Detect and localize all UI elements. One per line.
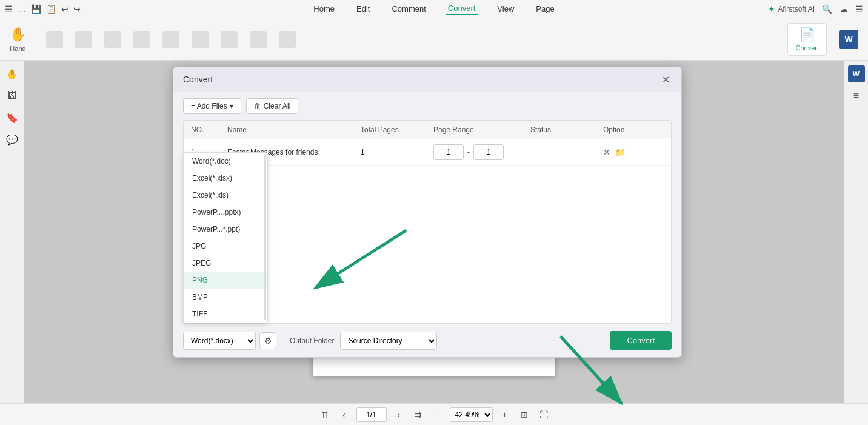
toolbar: ✋ Hand 📄 <box>0 18 868 61</box>
add-files-label: + Add Files <box>191 102 227 110</box>
page-number-input[interactable] <box>356 407 387 422</box>
output-select-wrapper: Source Directory Custom... <box>340 332 437 350</box>
nav-prev-button[interactable]: ‹ <box>337 407 352 422</box>
nav-last-button[interactable]: ⇉ <box>411 407 426 422</box>
menu-comment[interactable]: Comment <box>389 3 428 15</box>
sidebar-icon-bookmark[interactable]: 🔖 <box>4 109 21 126</box>
ai-brand: ✦ Afirstsoft AI <box>768 4 815 14</box>
dialog-title: Convert <box>183 75 213 84</box>
zoom-out-button[interactable]: − <box>430 407 445 422</box>
toolbar-icon-8[interactable] <box>245 28 272 50</box>
dots-icon[interactable]: … <box>18 4 26 14</box>
dropdown-item-excel-xls[interactable]: Excel(*.xls) <box>184 187 267 204</box>
add-files-button[interactable]: + Add Files ▾ <box>183 98 241 114</box>
nav-first-button[interactable]: ⇈ <box>318 407 332 422</box>
header-total-pages: Total Pages <box>361 125 433 134</box>
toolbar-convert-label: Convert <box>795 44 819 52</box>
menu-bar-center: Home Edit Comment Convert View Page <box>141 2 727 15</box>
right-sidebar-align-icon[interactable]: ≡ <box>848 87 865 104</box>
dropdown-item-ppt[interactable]: PowerP...*.ppt) <box>184 221 267 238</box>
page-range-dash: - <box>467 148 470 156</box>
sidebar-icon-hand[interactable]: ✋ <box>4 65 21 82</box>
right-sidebar-text-icon[interactable]: W <box>848 65 865 82</box>
dialog-titlebar: Convert ✕ <box>173 67 681 92</box>
zoom-select[interactable]: 42.49% <box>450 407 493 422</box>
clear-all-button[interactable]: 🗑 Clear All <box>246 98 299 114</box>
convert-button[interactable]: Convert <box>610 331 672 350</box>
ai-star-icon: ✦ <box>768 4 775 14</box>
toolbar-icon-9[interactable] <box>274 28 301 50</box>
page-from-input[interactable] <box>433 144 464 160</box>
nav-next-button[interactable]: › <box>392 407 406 422</box>
option-folder-icon[interactable]: 📁 <box>615 147 626 157</box>
table-header: NO. Name Total Pages Page Range Status O… <box>184 121 671 139</box>
header-no: NO. <box>191 125 227 134</box>
main-content: ✋ 🖼 🔖 💬 W ≡ Convert ✕ + Add Files ▾ <box>0 61 868 403</box>
format-dropdown-menu: Word(*.doc) Excel(*.xlsx) Excel(*.xls) P… <box>183 152 268 323</box>
clear-all-icon: 🗑 <box>254 102 261 110</box>
right-sidebar-word-icon[interactable]: W <box>839 30 858 49</box>
convert-dialog: Convert ✕ + Add Files ▾ 🗑 Clear All NO. … <box>173 67 682 358</box>
dropdown-item-tiff[interactable]: TIFF <box>184 306 267 323</box>
format-select[interactable]: Word(*.docx) Word(*.doc) Excel(*.xlsx) E… <box>183 332 256 350</box>
status-bar: ⇈ ‹ › ⇉ − 42.49% + ⊞ ⛶ <box>0 403 868 425</box>
save-icon[interactable]: 💾 <box>31 4 41 14</box>
dropdown-scrollbar[interactable] <box>264 155 266 320</box>
dialog-toolbar: + Add Files ▾ 🗑 Clear All <box>173 92 681 120</box>
topbar-sidebar-icon[interactable]: ☰ <box>855 4 863 14</box>
redo-icon[interactable]: ↪ <box>73 4 81 14</box>
toolbar-icon-2[interactable] <box>70 28 97 50</box>
add-files-dropdown-icon: ▾ <box>230 102 233 110</box>
toolbar-icon-6[interactable] <box>187 28 213 50</box>
toolbar-icon-3[interactable] <box>99 28 126 50</box>
zoom-in-button[interactable]: + <box>498 407 512 422</box>
hand-label: Hand <box>10 45 25 52</box>
undo-icon[interactable]: ↩ <box>61 4 68 14</box>
dropdown-item-bmp[interactable]: BMP <box>184 289 267 306</box>
toolbar-icon-7[interactable] <box>216 28 242 50</box>
menu-bar-left: ☰ … 💾 📋 ↩ ↪ <box>5 4 138 14</box>
fullscreen-button[interactable]: ⛶ <box>536 407 551 422</box>
toolbar-separator-1 <box>36 24 36 55</box>
toolbar-icon-1[interactable] <box>41 28 68 50</box>
settings-button[interactable]: ⚙ <box>259 332 276 349</box>
dialog-close-button[interactable]: ✕ <box>659 73 672 85</box>
header-status: Status <box>530 125 603 134</box>
page-to-input[interactable] <box>473 144 504 160</box>
sidebar-icon-image[interactable]: 🖼 <box>4 87 21 104</box>
menu-home[interactable]: Home <box>311 3 337 15</box>
menu-page[interactable]: Page <box>533 3 556 15</box>
menu-convert[interactable]: Convert <box>446 2 478 15</box>
dropdown-item-png[interactable]: PNG <box>184 272 267 289</box>
menu-edit[interactable]: Edit <box>354 3 372 15</box>
header-option: Option <box>603 125 664 134</box>
hamburger-icon[interactable]: ☰ <box>5 4 13 14</box>
cell-total-pages: 1 <box>361 148 433 156</box>
dialog-footer: Word(*.docx) Word(*.doc) Excel(*.xlsx) E… <box>173 324 681 357</box>
option-close-icon[interactable]: ✕ <box>603 147 610 157</box>
header-name: Name <box>227 125 361 134</box>
search-icon[interactable]: 🔍 <box>822 4 832 14</box>
dropdown-item-word-doc[interactable]: Word(*.doc) <box>184 153 267 170</box>
hand-tool[interactable]: ✋ Hand <box>5 24 31 55</box>
output-folder-select[interactable]: Source Directory Custom... <box>340 332 437 350</box>
menu-view[interactable]: View <box>495 3 516 15</box>
menu-bar-right: ✦ Afirstsoft AI 🔍 ☁ ☰ <box>730 4 863 14</box>
toolbar-convert-button[interactable]: 📄 Convert <box>787 23 827 56</box>
format-select-wrapper: Word(*.docx) Word(*.doc) Excel(*.xlsx) E… <box>183 332 276 350</box>
header-page-range: Page Range <box>433 125 530 134</box>
left-sidebar: ✋ 🖼 🔖 💬 <box>0 61 24 403</box>
cloud-icon[interactable]: ☁ <box>840 4 848 14</box>
dropdown-item-pptx[interactable]: PowerP....pptx) <box>184 204 267 221</box>
right-sidebar: W ≡ <box>844 61 868 403</box>
dropdown-item-jpg[interactable]: JPG <box>184 238 267 255</box>
toolbar-icon-4[interactable] <box>129 28 155 50</box>
ai-brand-label: Afirstsoft AI <box>778 5 815 13</box>
toolbar-icon-5[interactable] <box>158 28 184 50</box>
save-as-icon[interactable]: 📋 <box>46 4 56 14</box>
dropdown-item-excel-xlsx[interactable]: Excel(*.xlsx) <box>184 170 267 187</box>
dropdown-item-jpeg[interactable]: JPEG <box>184 255 267 272</box>
toolbar-convert-icon: 📄 <box>799 27 815 43</box>
sidebar-icon-comment[interactable]: 💬 <box>4 131 21 148</box>
fit-page-button[interactable]: ⊞ <box>517 407 532 422</box>
